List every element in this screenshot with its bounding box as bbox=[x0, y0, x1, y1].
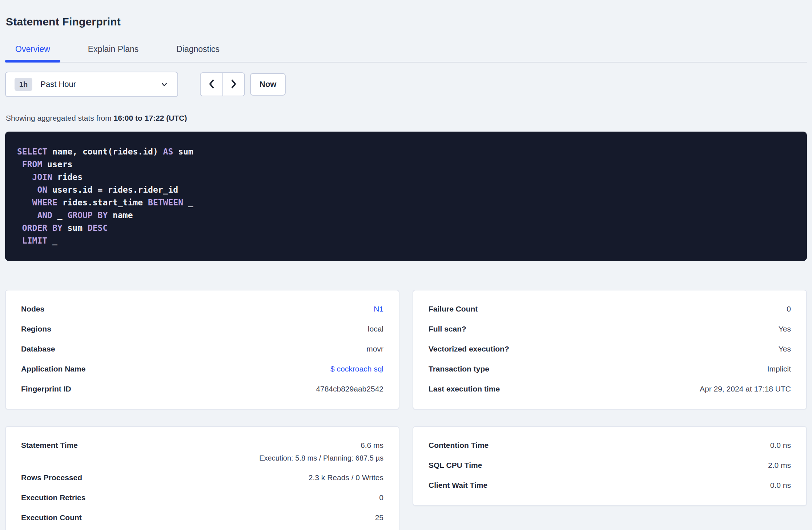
sql-line: FROM users bbox=[17, 158, 795, 171]
sql-line: WHERE rides.start_time BETWEEN _ bbox=[17, 196, 795, 209]
row-value: 6.6 ms bbox=[361, 441, 383, 449]
row-value: local bbox=[368, 324, 383, 334]
card-row-regions: Regions local bbox=[21, 324, 383, 334]
card-row-nodes: Nodes N1 bbox=[21, 304, 383, 314]
row-value: 25 bbox=[375, 513, 383, 522]
now-button[interactable]: Now bbox=[250, 73, 286, 96]
nodes-link[interactable]: N1 bbox=[374, 304, 383, 314]
row-value: 0 bbox=[787, 304, 791, 314]
row-label: Statement Time bbox=[21, 441, 78, 450]
row-value: 2.0 ms bbox=[768, 461, 791, 470]
sql-line: ORDER BY sum DESC bbox=[17, 222, 795, 234]
row-label: Execution Count bbox=[21, 513, 82, 522]
card-row-transaction-type: Transaction type Implicit bbox=[429, 364, 791, 374]
row-label: Regions bbox=[21, 324, 51, 334]
summary-card-left: Nodes N1 Regions local Database movr App… bbox=[5, 290, 399, 410]
sql-statement-box: SELECT name, count(rides.id) AS sum FROM… bbox=[5, 132, 807, 261]
statement-time-breakdown: Execution: 5.8 ms / Planning: 687.5 µs bbox=[259, 454, 383, 462]
application-name-link[interactable]: $ cockroach sql bbox=[330, 364, 383, 374]
sql-line: AND _ GROUP BY name bbox=[17, 209, 795, 222]
row-value: movr bbox=[366, 344, 383, 354]
row-value: 4784cb829aab2542 bbox=[316, 384, 383, 394]
card-row-fingerprint-id: Fingerprint ID 4784cb829aab2542 bbox=[21, 384, 383, 394]
time-toolbar: 1h Past Hour Now bbox=[5, 72, 807, 96]
aggregated-stats-summary: Showing aggregated stats from 16:00 to 1… bbox=[6, 113, 807, 123]
row-label: Fingerprint ID bbox=[21, 384, 71, 394]
statement-fingerprint-page: Statement Fingerprint Overview Explain P… bbox=[0, 0, 812, 530]
sql-line: JOIN rides bbox=[17, 171, 795, 184]
card-row-statement-time: Statement Time 6.6 ms Execution: 5.8 ms … bbox=[21, 441, 383, 462]
card-row-rows-processed: Rows Processed 2.3 k Reads / 0 Writes bbox=[21, 473, 383, 482]
sql-line: ON users.id = rides.rider_id bbox=[17, 184, 795, 196]
chevron-left-icon bbox=[207, 78, 216, 91]
page-title: Statement Fingerprint bbox=[6, 15, 807, 28]
row-value: Yes bbox=[779, 344, 791, 354]
card-row-vectorized: Vectorized execution? Yes bbox=[429, 344, 791, 354]
row-value: Yes bbox=[779, 324, 791, 334]
row-label: Execution Retries bbox=[21, 493, 85, 502]
summary-card-right: Failure Count 0 Full scan? Yes Vectorize… bbox=[413, 290, 807, 410]
row-label: Last execution time bbox=[429, 384, 500, 394]
sql-line: LIMIT _ bbox=[17, 234, 795, 247]
row-label: Full scan? bbox=[429, 324, 466, 334]
row-label: Client Wait Time bbox=[429, 481, 487, 490]
row-label: Rows Processed bbox=[21, 473, 82, 482]
row-value: 0.0 ns bbox=[770, 481, 791, 490]
row-label: Nodes bbox=[21, 304, 44, 314]
card-row-execution-retries: Execution Retries 0 bbox=[21, 493, 383, 502]
row-value: Apr 29, 2024 at 17:18 UTC bbox=[700, 384, 791, 394]
next-time-button[interactable] bbox=[222, 73, 244, 96]
tab-diagnostics[interactable]: Diagnostics bbox=[166, 44, 230, 62]
row-label: Transaction type bbox=[429, 364, 489, 374]
row-value: Implicit bbox=[767, 364, 791, 374]
time-range-dropdown[interactable]: 1h Past Hour bbox=[5, 72, 178, 97]
row-value: 0.0 ns bbox=[770, 441, 791, 450]
card-row-sql-cpu-time: SQL CPU Time 2.0 ms bbox=[429, 461, 791, 470]
tab-bar: Overview Explain Plans Diagnostics bbox=[5, 44, 807, 63]
time-range-label: Past Hour bbox=[40, 80, 76, 89]
card-row-contention-time: Contention Time 0.0 ns bbox=[429, 441, 791, 450]
card-row-full-scan: Full scan? Yes bbox=[429, 324, 791, 334]
time-nav-group bbox=[200, 72, 245, 96]
card-row-last-execution-time: Last execution time Apr 29, 2024 at 17:1… bbox=[429, 384, 791, 394]
row-label: Vectorized execution? bbox=[429, 344, 509, 354]
row-label: SQL CPU Time bbox=[429, 461, 482, 470]
stats-prefix: Showing aggregated stats from bbox=[6, 114, 114, 122]
card-row-client-wait-time: Client Wait Time 0.0 ns bbox=[429, 481, 791, 490]
chevron-right-icon bbox=[229, 78, 238, 91]
row-value: 2.3 k Reads / 0 Writes bbox=[309, 473, 383, 482]
prev-time-button[interactable] bbox=[201, 73, 222, 96]
row-value: 0 bbox=[379, 493, 383, 502]
row-label: Failure Count bbox=[429, 304, 478, 314]
tab-overview[interactable]: Overview bbox=[5, 44, 60, 62]
card-row-database: Database movr bbox=[21, 344, 383, 354]
card-row-execution-count: Execution Count 25 bbox=[21, 513, 383, 522]
sql-line: SELECT name, count(rides.id) AS sum bbox=[17, 145, 795, 158]
timing-card-left: Statement Time 6.6 ms Execution: 5.8 ms … bbox=[5, 426, 399, 530]
tab-explain-plans[interactable]: Explain Plans bbox=[78, 44, 149, 62]
time-range-badge: 1h bbox=[15, 78, 32, 91]
stats-range: 16:00 to 17:22 (UTC) bbox=[114, 114, 187, 122]
chevron-down-icon bbox=[160, 80, 169, 89]
row-label: Application Name bbox=[21, 364, 85, 374]
row-label: Contention Time bbox=[429, 441, 489, 450]
row-label: Database bbox=[21, 344, 55, 354]
card-row-failure-count: Failure Count 0 bbox=[429, 304, 791, 314]
timing-card-right: Contention Time 0.0 ns SQL CPU Time 2.0 … bbox=[413, 426, 807, 506]
card-row-application-name: Application Name $ cockroach sql bbox=[21, 364, 383, 374]
